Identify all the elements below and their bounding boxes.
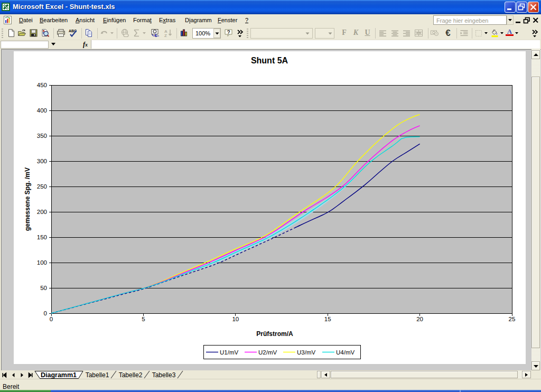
svg-text:Diagramm1: Diagramm1 (41, 371, 77, 379)
svg-text:?: ? (227, 30, 230, 35)
svg-text:Z: Z (164, 33, 167, 38)
svg-text:Tabelle2: Tabelle2 (119, 371, 143, 379)
svg-text:Tabelle3: Tabelle3 (152, 371, 176, 379)
svg-text:Tabelle1: Tabelle1 (86, 371, 109, 379)
svg-text:€: € (155, 33, 157, 38)
